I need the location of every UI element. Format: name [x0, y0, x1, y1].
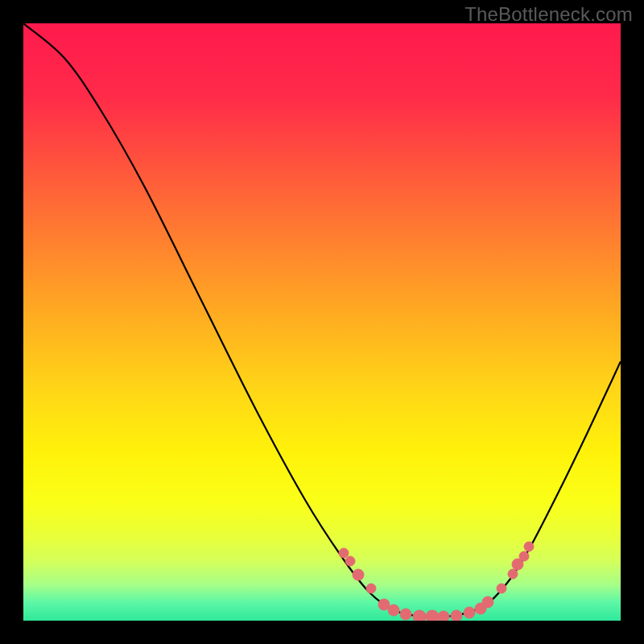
data-dot — [400, 609, 411, 620]
data-dot — [497, 584, 506, 593]
watermark-text: TheBottleneck.com — [464, 3, 633, 26]
data-dot — [508, 569, 518, 579]
data-dot — [464, 607, 475, 618]
data-dot — [524, 542, 534, 551]
dots-group — [339, 542, 534, 621]
data-dot — [451, 610, 462, 621]
data-dot — [519, 551, 529, 561]
plot-area — [23, 23, 621, 621]
data-dot — [388, 605, 399, 616]
data-dot — [413, 610, 426, 621]
bottleneck-curve — [23, 23, 621, 617]
data-dot — [345, 556, 355, 566]
data-dot — [426, 610, 439, 621]
data-dot — [482, 597, 493, 608]
curve-layer — [23, 23, 621, 621]
data-dot — [339, 548, 349, 558]
data-dot — [366, 584, 376, 593]
chart-frame: TheBottleneck.com — [0, 0, 644, 644]
data-dot — [353, 569, 364, 580]
data-dot — [438, 611, 449, 621]
